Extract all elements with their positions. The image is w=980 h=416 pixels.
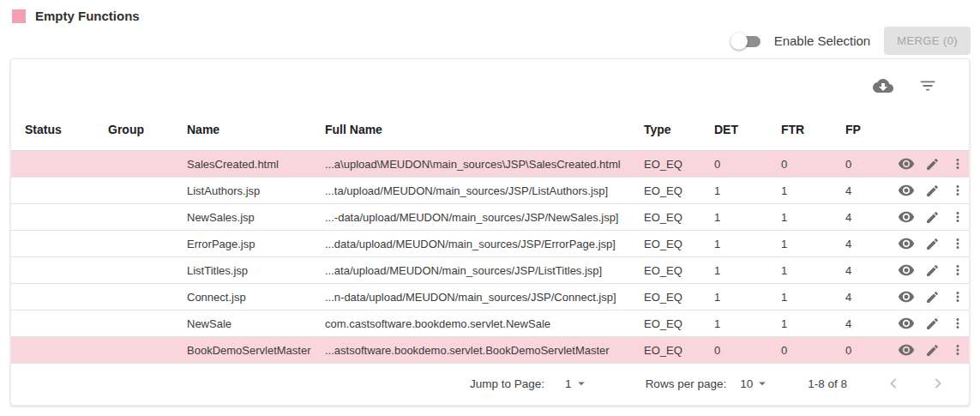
edit-row-button[interactable] (922, 340, 942, 360)
cell-det: 1 (714, 257, 781, 284)
column-header-det: DET (714, 112, 781, 151)
view-row-button[interactable] (896, 154, 917, 174)
eye-icon (898, 208, 915, 226)
row-more-button[interactable] (947, 260, 968, 280)
view-row-button[interactable] (896, 313, 917, 334)
next-page-button[interactable] (928, 373, 948, 394)
cell-fp: 4 (845, 257, 888, 284)
chevron-left-icon (883, 373, 904, 394)
edit-row-button[interactable] (922, 260, 942, 280)
cell-group (108, 284, 187, 310)
cell-full-name: ...n-data/upload/MEUDON/main_sources/JSP… (325, 284, 644, 310)
functions-table: Status Group Name Full Name Type DET FTR… (11, 112, 969, 364)
row-more-button[interactable] (947, 233, 968, 254)
cell-det: 1 (714, 178, 781, 204)
download-button[interactable] (873, 75, 893, 96)
cell-ftr: 1 (781, 231, 845, 257)
cell-group (108, 337, 187, 364)
row-range-label: 1-8 of 8 (808, 377, 847, 390)
cell-fp: 4 (845, 310, 888, 337)
cell-status (11, 178, 108, 204)
edit-row-button[interactable] (922, 313, 942, 334)
edit-row-button[interactable] (922, 180, 942, 201)
cell-fp: 0 (845, 151, 888, 178)
cell-type: EO_EQ (644, 204, 714, 231)
kebab-menu-icon (950, 209, 965, 225)
cell-name: Connect.jsp (187, 284, 325, 310)
row-more-button[interactable] (947, 313, 968, 334)
kebab-menu-icon (950, 236, 965, 251)
caret-down-icon (755, 376, 770, 391)
legend-swatch (12, 9, 26, 23)
kebab-menu-icon (950, 316, 965, 331)
table-header-row: Status Group Name Full Name Type DET FTR… (11, 112, 969, 151)
row-more-button[interactable] (947, 154, 968, 174)
data-table-card: Status Group Name Full Name Type DET FTR… (10, 58, 970, 406)
page-header: Empty Functions Enable Selection MERGE (… (0, 0, 980, 58)
cell-status (11, 284, 108, 310)
cell-fp: 4 (845, 204, 888, 231)
page-select[interactable]: 1 (565, 376, 589, 391)
legend: Empty Functions (12, 9, 140, 23)
eye-icon (898, 235, 915, 252)
pencil-icon (925, 210, 940, 225)
cell-det: 1 (714, 284, 781, 310)
edit-row-button[interactable] (922, 233, 942, 254)
eye-icon (898, 182, 915, 199)
kebab-menu-icon (950, 289, 965, 304)
view-row-button[interactable] (896, 340, 917, 360)
cell-status (11, 310, 108, 337)
table-row: NewSales.jsp ...-data/upload/MEUDON/main… (11, 204, 969, 231)
view-row-button[interactable] (896, 260, 917, 280)
enable-selection-toggle[interactable] (730, 33, 761, 50)
table-body: SalesCreated.html ...a\upload\MEUDON\mai… (11, 151, 969, 364)
view-row-button[interactable] (896, 233, 917, 254)
kebab-menu-icon (950, 262, 965, 278)
cell-group (108, 204, 187, 231)
eye-icon (898, 341, 915, 359)
filter-icon (918, 76, 937, 95)
table-row: ErrorPage.jsp ...data/upload/MEUDON/main… (11, 231, 969, 257)
column-header-group: Group (108, 112, 187, 151)
edit-row-button[interactable] (922, 286, 942, 307)
pencil-icon (925, 343, 940, 358)
kebab-menu-icon (950, 342, 965, 358)
cell-group (108, 257, 187, 284)
cell-ftr: 1 (781, 310, 845, 337)
row-actions (888, 284, 969, 310)
filter-button[interactable] (917, 75, 938, 96)
cell-full-name: ...a\upload\MEUDON\main_sources\JSP\Sale… (325, 151, 644, 178)
cell-ftr: 1 (781, 204, 845, 231)
cell-full-name: ...-data/upload/MEUDON/main_sources/JSP/… (325, 204, 644, 231)
cell-full-name: ...ata/upload/MEUDON/main_sources/JSP/Li… (325, 257, 644, 284)
row-actions (888, 204, 969, 230)
eye-icon (898, 315, 915, 332)
table-row: SalesCreated.html ...a\upload\MEUDON\mai… (11, 151, 969, 178)
header-controls: Enable Selection MERGE (0) (730, 27, 971, 55)
cell-group (108, 231, 187, 257)
cell-ftr: 0 (781, 337, 845, 364)
view-row-button[interactable] (896, 286, 917, 307)
rows-per-page-select[interactable]: 10 (740, 376, 770, 391)
row-more-button[interactable] (947, 180, 968, 201)
cell-status (11, 204, 108, 231)
row-more-button[interactable] (947, 340, 968, 360)
view-row-button[interactable] (896, 207, 917, 227)
previous-page-button[interactable] (883, 373, 904, 394)
view-row-button[interactable] (896, 180, 917, 201)
eye-icon (898, 288, 915, 305)
edit-row-button[interactable] (922, 207, 942, 227)
cell-ftr: 0 (781, 151, 845, 178)
pencil-icon (925, 184, 940, 198)
cell-status (11, 151, 108, 178)
column-header-type: Type (644, 112, 714, 151)
eye-icon (898, 155, 915, 172)
table-row: ListTitles.jsp ...ata/upload/MEUDON/main… (11, 257, 969, 284)
edit-row-button[interactable] (922, 154, 942, 174)
row-more-button[interactable] (947, 286, 968, 307)
cell-full-name: ...astsoftware.bookdemo.servlet.BookDemo… (325, 337, 644, 364)
row-more-button[interactable] (947, 207, 968, 227)
page-title: Empty Functions (35, 9, 140, 23)
pagination-bar: Jump to Page: 1 Rows per page: 10 1-8 of… (11, 362, 969, 405)
merge-button[interactable]: MERGE (0) (884, 27, 971, 55)
